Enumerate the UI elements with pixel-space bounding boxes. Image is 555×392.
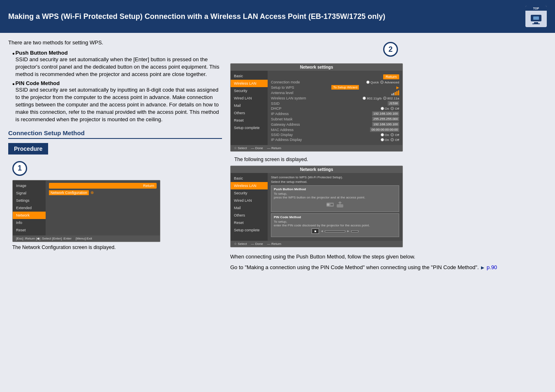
ns-ssid-display: SSID Display On Off xyxy=(271,133,399,137)
router-icon xyxy=(335,201,345,208)
ss-return-btn[interactable]: Return xyxy=(49,183,157,189)
logo-top-bar: TOP xyxy=(525,6,547,11)
step1-ss-body: Image Signal Settings Extended Network ⊕… xyxy=(13,180,160,235)
connection-setup-heading: Connection Setup Method xyxy=(8,129,222,139)
wps-sidebar-wireless[interactable]: Wireless LAN xyxy=(231,182,268,189)
step2-caption: The following screen is displayed. xyxy=(234,157,547,162)
procedure-label: Procedure xyxy=(8,143,48,154)
ss-network-icon: ⊕ xyxy=(90,190,94,195)
ns-sidebar-mail[interactable]: Mail xyxy=(231,102,268,109)
pin-code-title: PIN Code Method xyxy=(16,80,222,86)
pin-code-instruction: Go to "Making a connection using the PIN… xyxy=(230,264,547,271)
ns-ip-display: IP Address Display On Off xyxy=(271,138,399,142)
wps-sidebar-wired[interactable]: Wired LAN xyxy=(231,197,268,204)
content-area: There are two methods for setting WPS. •… xyxy=(0,33,555,278)
step2-ss-main: Return Connection mode Quick Advanced Se… xyxy=(268,71,402,145)
ns-connection-mode: Connection mode Quick Advanced xyxy=(271,80,399,84)
wps-push-button-box[interactable]: Push Button Method To setup, press the W… xyxy=(271,185,399,212)
pin-code-link[interactable]: p.90 xyxy=(487,264,497,270)
left-column: There are two methods for setting WPS. •… xyxy=(8,39,222,271)
ns-sidebar-security[interactable]: Security xyxy=(231,87,268,95)
pin-code-desc: SSID and security are set automatically … xyxy=(16,86,222,124)
ss-sidebar-settings[interactable]: Settings xyxy=(13,197,46,204)
ns-subnet: Subnet Mask 255.255.255.000 xyxy=(271,117,399,121)
svg-marker-11 xyxy=(481,266,484,270)
step1-screenshot: Image Signal Settings Extended Network ⊕… xyxy=(12,180,160,242)
ss-sidebar-image[interactable]: Image xyxy=(13,182,46,189)
wps-pin-code-box[interactable]: PIN Code Method To setup, enter the PIN … xyxy=(271,213,399,237)
push-button-title: Push Button Method xyxy=(16,50,222,56)
ns-sidebar-basic[interactable]: Basic xyxy=(231,72,268,80)
epson-logo-icon xyxy=(530,13,542,25)
ns-setup-wps: Setup to WPS To Setup Wizard ▶ xyxy=(271,85,399,90)
page-link-icon xyxy=(480,265,485,270)
wps-ss-main: Start connection to WPS (Wi-Fi Protected… xyxy=(268,173,402,241)
bullet-push-button: • Push Button Method SSID and security a… xyxy=(12,50,222,78)
intro-preamble: There are two methods for setting WPS. xyxy=(8,39,222,46)
wps-pin-desc: To setup, xyxy=(274,220,396,224)
ss-footer-menu: [Menu]:Exit xyxy=(76,237,92,240)
svg-rect-6 xyxy=(331,204,333,205)
right-column: 2 Network settings Basic Wireless LAN Se… xyxy=(230,39,547,271)
ns-to-setup-wizard[interactable]: To Setup Wizard xyxy=(331,85,359,90)
page-header: Making a WPS (Wi-Fi Protected Setup) Con… xyxy=(0,0,555,33)
ns-sidebar-reset[interactable]: Reset xyxy=(231,117,268,124)
ns-gateway: Gateway Address 192.168.100.100 xyxy=(271,122,399,127)
step1-caption: The Network Configuration screen is disp… xyxy=(12,244,222,250)
wps-sidebar-security[interactable]: Security xyxy=(231,189,268,197)
step2-circle: 2 xyxy=(383,42,398,57)
wps-sidebar-basic[interactable]: Basic xyxy=(231,175,268,182)
ss-sidebar-signal[interactable]: Signal xyxy=(13,189,46,197)
ns-dhcp: DHCP On Off xyxy=(271,106,399,111)
page-container: Making a WPS (Wi-Fi Protected Setup) Con… xyxy=(0,0,555,278)
wps-pin-input: ■ ◄ ► xyxy=(274,228,396,234)
wps-sidebar-reset[interactable]: Reset xyxy=(231,219,268,226)
step2-circle-wrap: 2 xyxy=(230,39,547,61)
ns-setup-wps-icon: ▶ xyxy=(396,85,399,90)
wps-screenshot: Network settings Basic Wireless LAN Secu… xyxy=(230,166,403,247)
ns-sidebar-wireless[interactable]: Wireless LAN xyxy=(231,80,268,87)
ss-sidebar-info[interactable]: Info xyxy=(13,219,46,226)
step1-ss-sidebar: Image Signal Settings Extended Network ⊕… xyxy=(13,180,46,235)
svg-rect-2 xyxy=(534,22,538,23)
ns-ssid: SSID J1536 xyxy=(271,101,399,106)
svg-point-5 xyxy=(327,203,329,206)
wps-ss-title: Network settings xyxy=(231,166,402,173)
wps-sidebar-setup-complete[interactable]: Setup complete xyxy=(231,226,268,234)
step2-ss-footer: ☆ Select — Done — Return xyxy=(231,145,402,151)
wps-push-button-title: Push Button Method xyxy=(274,187,396,191)
ns-return-btn[interactable]: Return xyxy=(383,74,399,79)
ss-footer-text: [Esc] :Return [◆] :Select [Enter] :Enter xyxy=(16,237,72,240)
push-button-desc: SSID and security are set automatically … xyxy=(16,56,222,78)
ns-sidebar-wired[interactable]: Wired LAN xyxy=(231,95,268,102)
ns-sidebar-setup-complete[interactable]: Setup complete xyxy=(231,124,268,131)
page-title: Making a WPS (Wi-Fi Protected Setup) Con… xyxy=(8,12,385,21)
wps-select: Select the setup method. xyxy=(271,180,399,184)
wps-push-action: press the WPS button on the projector an… xyxy=(274,196,396,199)
header-logo: TOP xyxy=(525,6,547,27)
ns-mac: MAC Address 00:00:00:00:00:00 xyxy=(271,127,399,132)
ss-sidebar-extended[interactable]: Extended xyxy=(13,204,46,212)
ns-ssid-value: J1536 xyxy=(388,101,399,106)
wps-pin-action: enter the PIN code disclosed by the proj… xyxy=(274,224,396,227)
wps-pin-title: PIN Code Method xyxy=(274,215,396,219)
step1-ss-main: Return Network Configuration ⊕ xyxy=(46,180,160,235)
projector-icon xyxy=(326,201,335,208)
svg-rect-3 xyxy=(532,23,540,24)
step1-ss-footer: [Esc] :Return [◆] :Select [Enter] :Enter… xyxy=(13,235,160,242)
ss-sidebar-reset[interactable]: Reset xyxy=(13,226,46,234)
ss-network-label: Network Configuration xyxy=(49,190,89,195)
wps-sidebar-others[interactable]: Others xyxy=(231,212,268,219)
step1-circle: 1 xyxy=(12,161,27,176)
logo-icon-area xyxy=(525,11,547,27)
push-button-instruction: When connecting using the Push Button Me… xyxy=(230,253,547,261)
ns-antenna: Antenna level xyxy=(271,90,399,95)
wps-ss-footer: ☆ Select — Done — Return xyxy=(231,241,402,247)
wps-sidebar-mail[interactable]: Mail xyxy=(231,204,268,212)
step2-ss-body: Basic Wireless LAN Security Wired LAN Ma… xyxy=(231,71,402,145)
step2-ss-sidebar: Basic Wireless LAN Security Wired LAN Ma… xyxy=(231,71,268,145)
svg-rect-1 xyxy=(533,16,539,20)
wps-ss-sidebar: Basic Wireless LAN Security Wired LAN Ma… xyxy=(231,173,268,241)
ss-sidebar-network[interactable]: Network ⊕ xyxy=(13,212,46,219)
ns-sidebar-others[interactable]: Others xyxy=(231,109,268,117)
